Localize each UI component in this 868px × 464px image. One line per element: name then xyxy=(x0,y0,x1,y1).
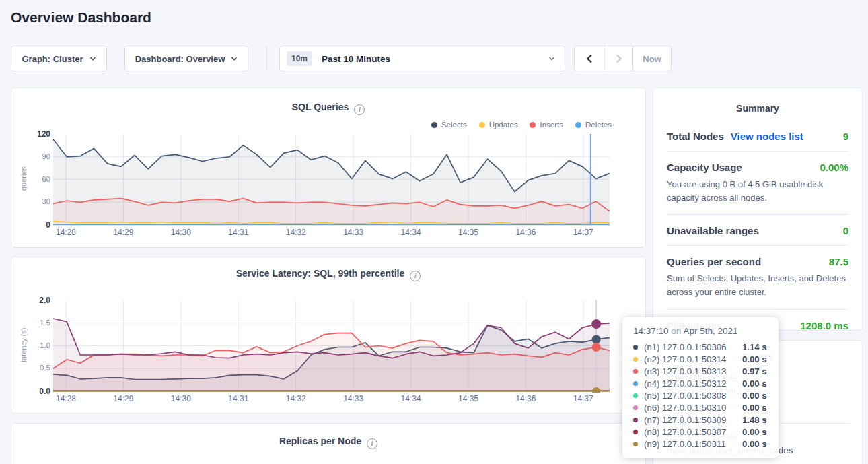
chevron-down-icon xyxy=(89,55,96,62)
x-axis-tick-labels: 14:2814:2914:3014:3114:3214:3314:3414:35… xyxy=(53,394,610,405)
tooltip-row: (n8) 127.0.0.1:503070.00 s xyxy=(633,426,769,438)
graph-scope-label: Graph: Cluster xyxy=(22,54,83,64)
node-series-dot xyxy=(633,381,638,386)
node-label: (n8) 127.0.0.1:50307 xyxy=(644,427,742,437)
node-label: (n5) 127.0.0.1:50308 xyxy=(644,391,742,401)
node-latency-value: 0.00 s xyxy=(742,427,767,437)
total-nodes-label: Total Nodes xyxy=(667,131,724,142)
tooltip-row: (n4) 127.0.0.1:503120.00 s xyxy=(633,377,769,389)
legend-item-deletes: Deletes xyxy=(575,121,612,129)
toolbar: Graph: Cluster Dashboard: Overview 10m P… xyxy=(0,46,868,71)
legend-item-updates: Updates xyxy=(479,121,518,129)
x-axis-tick-labels: 14:2814:2914:3014:3114:3214:3314:3414:35… xyxy=(53,228,610,238)
page-title: Overview Dashboard xyxy=(11,9,151,26)
summary-panel: Summary Total Nodes View nodes list 9 Ca… xyxy=(653,88,863,331)
time-range-selector[interactable]: 10m Past 10 Minutes xyxy=(279,46,565,71)
dashboard-label: Dashboard: Overview xyxy=(135,54,225,64)
y-axis-tick-labels: 0306090120 xyxy=(24,129,50,230)
y-axis-tick-labels: 0.00.51.01.52.0 xyxy=(24,295,50,397)
node-label: (n6) 127.0.0.1:50310 xyxy=(644,403,742,413)
info-icon[interactable]: i xyxy=(410,271,421,281)
node-label: (n1) 127.0.0.1:50306 xyxy=(644,342,742,352)
chevron-right-icon xyxy=(615,54,623,63)
chevron-left-icon xyxy=(585,54,593,63)
node-series-dot xyxy=(633,442,638,446)
node-latency-value: 0.00 s xyxy=(742,439,767,449)
node-label: (n9) 127.0.0.1:50311 xyxy=(644,439,742,449)
sql-queries-plot[interactable] xyxy=(53,134,610,226)
capacity-usage-value: 0.00% xyxy=(820,162,848,173)
p99-latency-value: 1208.0 ms xyxy=(800,320,848,331)
node-latency-value: 0.00 s xyxy=(742,391,767,401)
unavailable-ranges-row: Unavailable ranges 0 xyxy=(667,215,848,245)
info-icon[interactable]: i xyxy=(367,438,377,449)
inserts-series-dot xyxy=(530,122,536,128)
node-latency-value: 0.00 s xyxy=(742,403,767,413)
now-button[interactable]: Now xyxy=(632,46,672,71)
queries-per-second-label: Queries per second xyxy=(667,256,761,267)
capacity-usage-description: You are using 0 B of 4.5 GiB usable disk… xyxy=(667,178,848,214)
node-series-dot xyxy=(633,418,638,422)
legend-item-selects: Selects xyxy=(431,121,467,129)
node-series-dot xyxy=(633,345,638,350)
node-latency-value: 0.00 s xyxy=(742,354,767,364)
tooltip-row: (n6) 127.0.0.1:503100.00 s xyxy=(633,401,769,413)
toolbar-divider xyxy=(266,46,267,71)
tooltip-row: (n1) 127.0.0.1:503061.14 s xyxy=(633,341,769,353)
node-latency-value: 1.48 s xyxy=(742,415,767,425)
node-series-dot xyxy=(633,357,638,362)
deletes-series-dot xyxy=(575,122,581,128)
legend-item-inserts: Inserts xyxy=(530,121,563,129)
graph-scope-dropdown[interactable]: Graph: Cluster xyxy=(11,46,107,71)
node-label: (n4) 127.0.0.1:50312 xyxy=(644,378,742,389)
replicas-per-node-card: Replicas per Nodei xyxy=(11,423,646,464)
unavailable-ranges-label: Unavailable ranges xyxy=(667,225,759,236)
sql-queries-chart-title: SQL Queries xyxy=(292,102,349,112)
total-nodes-row: Total Nodes View nodes list 9 xyxy=(667,121,848,151)
updates-series-dot xyxy=(479,122,485,128)
chart-hover-tooltip: 14:37:10 on Apr 5th, 2021 (n1) 127.0.0.1… xyxy=(622,317,779,458)
node-series-dot xyxy=(633,405,638,410)
node-series-dot xyxy=(633,393,638,398)
tooltip-row: (n5) 127.0.0.1:503080.00 s xyxy=(633,389,769,401)
time-range-badge: 10m xyxy=(287,51,312,66)
info-icon[interactable]: i xyxy=(354,104,365,115)
tooltip-row: (n2) 127.0.0.1:503140.00 s xyxy=(633,353,769,365)
view-nodes-list-link[interactable]: View nodes list xyxy=(731,131,803,142)
queries-per-second-value: 87.5 xyxy=(829,256,848,267)
tooltip-row: (n7) 127.0.0.1:503091.48 s xyxy=(633,413,769,426)
node-label: (n3) 127.0.0.1:50313 xyxy=(644,366,742,376)
total-nodes-value: 9 xyxy=(843,131,848,142)
tooltip-timestamp: 14:37:10 on Apr 5th, 2021 xyxy=(633,326,769,336)
tooltip-row: (n3) 127.0.0.1:503130.97 s xyxy=(633,365,769,377)
unavailable-ranges-value: 0 xyxy=(843,225,848,236)
tooltip-node-values: (n1) 127.0.0.1:503061.14 s(n2) 127.0.0.1… xyxy=(633,341,769,450)
node-label: (n2) 127.0.0.1:50314 xyxy=(644,354,742,364)
chevron-down-icon xyxy=(231,55,238,62)
step-back-button[interactable] xyxy=(575,46,604,71)
replicas-chart-title: Replicas per Node xyxy=(279,436,361,446)
service-latency-chart-title: Service Latency: SQL, 99th percentile xyxy=(236,268,405,279)
queries-per-second-description: Sum of Selects, Updates, Inserts, and De… xyxy=(667,272,848,308)
step-forward-button[interactable] xyxy=(604,46,635,71)
selects-series-dot xyxy=(431,122,437,128)
sql-queries-card: SQL Queriesi Selects Updates Inserts Del… xyxy=(11,88,646,248)
sql-queries-legend: Selects Updates Inserts Deletes xyxy=(431,121,612,129)
service-latency-card: Service Latency: SQL, 99th percentilei l… xyxy=(11,257,646,413)
node-latency-value: 0.00 s xyxy=(742,378,767,389)
capacity-usage-label: Capacity Usage xyxy=(667,162,742,173)
node-latency-value: 1.14 s xyxy=(742,342,767,352)
time-range-label: Past 10 Minutes xyxy=(322,54,390,64)
service-latency-plot[interactable] xyxy=(53,300,610,393)
chevron-down-icon xyxy=(548,55,555,62)
node-series-dot xyxy=(633,369,638,374)
node-series-dot xyxy=(633,430,638,434)
tooltip-row: (n9) 127.0.0.1:503110.00 s xyxy=(633,438,769,450)
node-label: (n7) 127.0.0.1:50309 xyxy=(644,415,742,425)
time-step-buttons xyxy=(574,46,635,71)
node-latency-value: 0.97 s xyxy=(742,366,767,376)
dashboard-dropdown[interactable]: Dashboard: Overview xyxy=(124,46,248,71)
summary-title: Summary xyxy=(653,88,862,114)
